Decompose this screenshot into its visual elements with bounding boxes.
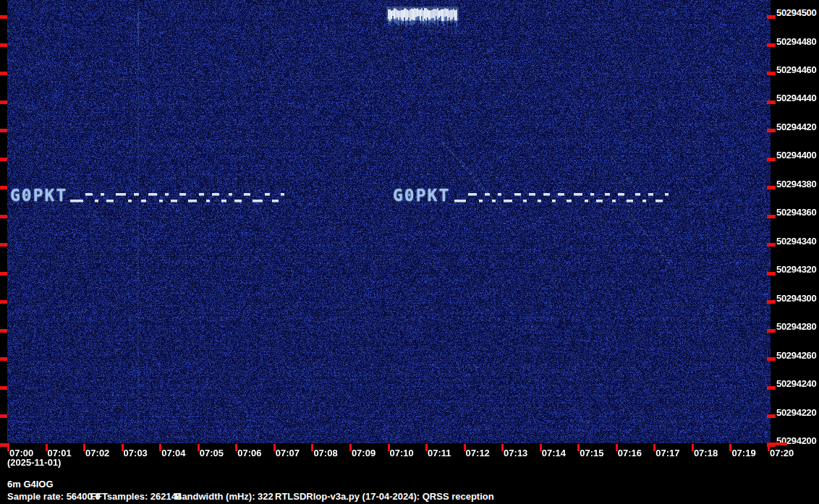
freq-tick-label: 50294400 (776, 150, 816, 161)
time-tick-label: 07:08 (313, 448, 337, 458)
freq-tick-mark-left (0, 186, 7, 189)
freq-tick-mark-left (0, 158, 7, 161)
freq-tick-mark-left (0, 72, 7, 75)
freq-tick-mark-left (0, 101, 7, 104)
freq-tick-mark-right (767, 101, 776, 104)
time-tick-label: 07:18 (694, 448, 718, 458)
app-info-label: RTLSDRlop-v3a.py (17-04-2024): QRSS rece… (275, 491, 494, 502)
freq-tick-label: 50294440 (776, 93, 816, 103)
time-tick-label: 07:09 (352, 448, 375, 458)
freq-tick-mark-right (767, 357, 776, 361)
time-tick-label: 07:04 (161, 448, 185, 458)
freq-tick-mark-right (767, 329, 776, 333)
freq-tick-mark-right (767, 215, 776, 218)
freq-tick-label: 50294500 (776, 7, 816, 18)
freq-tick-label: 50294360 (776, 207, 816, 218)
time-tick-label: 07:16 (618, 448, 642, 458)
freq-tick-label: 50294240 (776, 378, 816, 389)
freq-tick-mark-right (767, 15, 776, 19)
bandwidth-label: Bandwidth (mHz): 322 (175, 491, 273, 502)
freq-tick-mark-right (767, 243, 776, 247)
time-tick-label: 07:14 (542, 448, 566, 458)
freq-tick-mark-left (0, 272, 7, 276)
freq-tick-mark-right (767, 72, 776, 75)
date-label: (2025-11-01) (7, 457, 61, 468)
freq-tick-mark-left (0, 357, 7, 361)
freq-tick-mark-left (0, 386, 7, 390)
freq-tick-label: 50294280 (776, 321, 816, 332)
freq-tick-label: 50294300 (776, 293, 816, 304)
freq-tick-mark-left (0, 15, 7, 19)
freq-tick-mark-left (0, 43, 7, 47)
time-tick-label: 07:13 (504, 448, 527, 458)
freq-tick-label: 50294320 (776, 264, 816, 275)
time-tick-label: 07:06 (237, 448, 261, 458)
time-tick-label: 07:11 (428, 448, 451, 458)
time-tick-label: 07:07 (276, 448, 300, 458)
freq-tick-mark-left (0, 414, 7, 418)
time-tick-label: 07:19 (731, 448, 755, 458)
freq-tick-label: 50294480 (776, 36, 816, 47)
freq-tick-mark-right (767, 272, 776, 276)
qrss-grabber-image: G0PKT G0PKT 5029450050294480502944605029… (0, 0, 819, 504)
freq-tick-mark-right (767, 300, 776, 304)
sample-rate-label: Sample rate: 56400.0 (7, 491, 101, 502)
freq-tick-label: 50294220 (776, 407, 816, 418)
time-tick-label: 07:17 (655, 448, 679, 458)
fft-samples-label: FFTsamples: 262144 (90, 491, 182, 502)
freq-tick-mark-left (0, 300, 7, 304)
freq-tick-mark-left (0, 215, 7, 218)
freq-tick-label: 50294420 (776, 121, 816, 132)
freq-tick-label: 50294380 (776, 179, 816, 189)
freq-tick-mark-left (0, 129, 7, 132)
freq-tick-mark-right (767, 386, 776, 390)
axis-corner-tick-left (0, 443, 9, 447)
time-tick-label: 07:02 (85, 448, 109, 458)
freq-tick-label: 50294460 (776, 64, 816, 75)
freq-tick-label: 50294260 (776, 350, 816, 361)
time-tick-label: 07:20 (770, 448, 794, 458)
time-tick-label: 07:10 (390, 448, 414, 458)
freq-tick-mark-right (767, 414, 776, 418)
freq-tick-mark-left (0, 243, 7, 247)
freq-tick-mark-right (767, 186, 776, 189)
freq-tick-mark-right (767, 43, 776, 47)
freq-tick-label: 50294340 (776, 236, 816, 247)
freq-tick-mark-right (767, 129, 776, 132)
time-tick-label: 07:12 (466, 448, 490, 458)
freq-tick-mark-right (767, 158, 776, 161)
freq-tick-mark-left (0, 329, 7, 333)
beacon-callsign-trace: G0PKT (10, 186, 67, 205)
time-tick-label: 07:15 (580, 448, 603, 458)
station-label: 6m G4IOG (7, 479, 54, 490)
axis-corner-tick-right (768, 443, 787, 445)
beacon-callsign-trace: G0PKT (393, 186, 450, 205)
time-tick-label: 07:03 (124, 448, 148, 458)
time-tick-label: 07:05 (200, 448, 224, 458)
waterfall-spectrogram (7, 0, 771, 443)
